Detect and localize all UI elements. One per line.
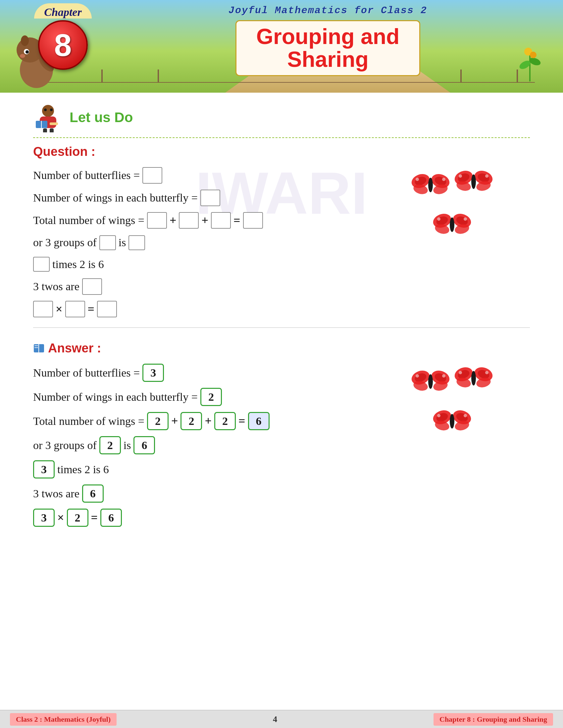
a-line1-text: Number of butterflies = — [33, 365, 140, 381]
svg-point-11 — [20, 54, 25, 58]
svg-rect-16 — [50, 122, 58, 125]
q-line3: Total number of wings = + + = — [33, 212, 530, 229]
q-line2-blank[interactable] — [200, 190, 220, 206]
q-line7-blank1[interactable] — [33, 301, 53, 317]
a-line3: Total number of wings = 2 + 2 + 2 = 6 — [33, 412, 530, 430]
q-line3-blank2[interactable] — [179, 212, 199, 229]
footer-page-number: 4 — [273, 714, 277, 724]
q-line3-result[interactable] — [243, 212, 263, 229]
a-line6-val: 6 — [82, 484, 104, 503]
footer-right-text: Chapter 8 : Grouping and Sharing — [434, 713, 553, 726]
a-line4-text2: is — [123, 437, 131, 453]
q-line4: or 3 groups of is — [33, 235, 530, 250]
q-line3-blank1[interactable] — [147, 212, 167, 229]
q-times: × — [56, 301, 63, 317]
q-line7-result[interactable] — [97, 301, 117, 317]
a-eq1: = — [238, 413, 245, 429]
let-us-do-section: Let us Do — [33, 103, 530, 138]
a-line4-v2: 6 — [133, 436, 155, 454]
q-line2-text: Number of wings in each butterfly = — [33, 190, 198, 206]
q-line4-blank2[interactable] — [128, 235, 145, 250]
footer-left-text: Class 2 : Mathematics (Joyful) — [10, 713, 117, 726]
page-header: Chapter 8 Joyful Mathematics for Class 2… — [0, 0, 563, 93]
q-line1: Number of butterflies = — [33, 167, 530, 184]
svg-rect-52 — [34, 345, 38, 346]
svg-rect-19 — [43, 128, 47, 132]
a-line3-v1: 2 — [147, 412, 168, 430]
a-line3-v2: 2 — [180, 412, 202, 430]
chapter-badge: Chapter 8 — [26, 3, 99, 70]
question-heading: Question : — [33, 145, 530, 159]
q-line7-blank2[interactable] — [65, 301, 85, 317]
q-line7: × = — [33, 301, 530, 317]
a-line7-res: 6 — [100, 509, 122, 527]
kid-reading-icon — [33, 103, 63, 132]
q-line6-blank[interactable] — [82, 278, 102, 295]
q-line4-blank1[interactable] — [99, 235, 116, 250]
chapter-number: 8 — [54, 27, 72, 63]
page-footer: Class 2 : Mathematics (Joyful) 4 Chapter… — [0, 710, 563, 728]
a-line7-v1: 3 — [33, 509, 55, 527]
a-line6: 3 twos are 6 — [33, 484, 530, 503]
a-line7-v2: 2 — [67, 509, 88, 527]
q-line1-blank[interactable] — [142, 167, 162, 184]
q-line3-text: Total number of wings = — [33, 212, 144, 228]
a-line3-text: Total number of wings = — [33, 413, 144, 429]
q-line5-text: times 2 is 6 — [52, 256, 104, 272]
a-line6-text: 3 twos are — [33, 486, 79, 502]
a-line3-res: 6 — [248, 412, 269, 430]
q-line4-text2: is — [118, 235, 126, 250]
let-us-do-label: Let us Do — [70, 110, 133, 125]
q-line5-blank[interactable] — [33, 257, 50, 272]
a-eq2: = — [91, 509, 98, 526]
main-title-line2: Sharing — [256, 48, 400, 71]
a-line7: 3 × 2 = 6 — [33, 509, 530, 527]
a-line1-val: 3 — [142, 364, 164, 382]
answer-book-icon — [33, 342, 45, 354]
a-line5: 3 times 2 is 6 — [33, 460, 530, 478]
svg-rect-20 — [50, 128, 54, 132]
answer-section: Answer : — [33, 341, 530, 527]
a-line5-text: times 2 is 6 — [57, 462, 109, 478]
chapter-word-label: Chapter — [34, 3, 91, 19]
svg-point-17 — [44, 109, 47, 111]
a-line5-v1: 3 — [33, 460, 55, 478]
section-divider — [33, 327, 530, 328]
q-plus2: + — [201, 212, 208, 229]
answer-heading: Answer : — [33, 341, 530, 355]
a-plus1: + — [171, 413, 178, 429]
q-eq2: = — [88, 301, 95, 317]
a-line3-v3: 2 — [214, 412, 236, 430]
a-line2-text: Number of wings in each butterfly = — [33, 389, 198, 405]
a-line4-text1: or 3 groups of — [33, 437, 97, 453]
main-title-line1: Grouping and — [256, 25, 400, 48]
q-line6-text: 3 twos are — [33, 279, 79, 295]
q-plus1: + — [169, 212, 176, 229]
answer-heading-text: Answer : — [48, 341, 101, 355]
a-line2: Number of wings in each butterfly = 2 — [33, 388, 530, 406]
page-subtitle: Joyful Mathematics for Class 2 — [113, 5, 543, 16]
q-line1-text: Number of butterflies = — [33, 167, 140, 183]
q-line5: times 2 is 6 — [33, 256, 530, 272]
a-line4: or 3 groups of 2 is 6 — [33, 436, 530, 454]
svg-point-18 — [50, 109, 53, 111]
question-section: Question : — [33, 145, 530, 317]
a-plus2: + — [205, 413, 211, 429]
a-line4-v1: 2 — [99, 436, 121, 454]
q-line6: 3 twos are — [33, 278, 530, 295]
a-line2-val: 2 — [200, 388, 222, 406]
q-line3-blank3[interactable] — [211, 212, 231, 229]
q-eq1: = — [233, 212, 240, 229]
a-line1: Number of butterflies = 3 — [33, 364, 530, 382]
q-line2: Number of wings in each butterfly = — [33, 190, 530, 206]
a-times: × — [57, 509, 64, 526]
svg-rect-53 — [34, 347, 38, 348]
q-line4-text1: or 3 groups of — [33, 235, 97, 250]
